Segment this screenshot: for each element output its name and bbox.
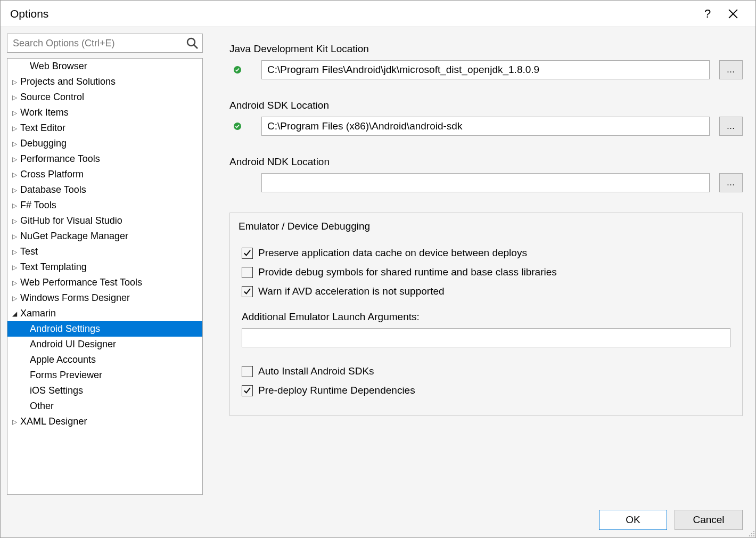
tree-item[interactable]: ▷Performance Tools [7,151,202,167]
emulator-fieldset: Emulator / Device Debugging Preserve app… [229,213,743,416]
preserve-cache-label: Preserve application data cache on devic… [258,247,527,259]
close-button[interactable] [720,3,746,25]
tree-item-label: Other [30,401,54,412]
chevron-right-icon[interactable]: ▷ [11,156,18,163]
predeploy-checkbox[interactable] [242,385,253,396]
auto-install-checkbox[interactable] [242,366,253,377]
svg-point-5 [751,533,752,534]
right-panel: Java Development Kit Location … Android … [208,27,755,501]
chevron-right-icon[interactable]: ▷ [11,295,18,302]
debug-symbols-label: Provide debug symbols for shared runtime… [258,266,557,278]
chevron-right-icon[interactable]: ▷ [11,140,18,148]
tree-item[interactable]: ▷Web Performance Test Tools [7,275,202,290]
tree-item-label: NuGet Package Manager [20,231,128,242]
tree-item[interactable]: ▷Text Editor [7,120,202,136]
tree-item[interactable]: ▷Text Templating [7,259,202,275]
tree-spacer: ▷ [20,372,28,379]
chevron-down-icon[interactable]: ◢ [11,310,18,317]
preserve-cache-checkbox[interactable] [242,248,253,259]
chevron-right-icon[interactable]: ▷ [11,418,18,426]
svg-line-1 [194,45,198,48]
search-icon [186,37,199,50]
tree-item[interactable]: ▷Source Control [7,89,202,105]
tree-item[interactable]: ▷iOS Settings [7,383,202,398]
tree-spacer: ▷ [20,387,28,395]
settings-scroll[interactable]: Java Development Kit Location … Android … [208,27,755,501]
tree-item[interactable]: ▷NuGet Package Manager [7,229,202,244]
tree-item-label: GitHub for Visual Studio [20,215,122,226]
tree-item-label: Work Items [20,107,69,118]
left-panel: ▷Web Browser▷Projects and Solutions▷Sour… [1,27,208,501]
tree-spacer: ▷ [20,325,28,333]
launch-args-label: Additional Emulator Launch Arguments: [242,311,730,323]
warn-avd-checkbox[interactable] [242,286,253,297]
tree-spacer: ▷ [20,341,28,348]
tree-item[interactable]: ▷Forms Previewer [7,368,202,383]
chevron-right-icon[interactable]: ▷ [11,279,18,287]
tree-item[interactable]: ▷Projects and Solutions [7,74,202,89]
search-input[interactable] [7,34,203,53]
chevron-right-icon[interactable]: ▷ [11,109,18,117]
tree-item-label: XAML Designer [20,416,87,427]
tree-item[interactable]: ▷Windows Forms Designer [7,290,202,306]
ndk-location-input[interactable] [261,173,710,192]
tree-item-label: Test [20,246,38,257]
tree-item-label: Cross Platform [20,169,84,180]
cancel-button[interactable]: Cancel [675,510,743,530]
tree-item-label: Android UI Designer [30,339,116,350]
tree-item-label: iOS Settings [30,385,83,396]
chevron-right-icon[interactable]: ▷ [11,94,18,101]
tree-item-label: Windows Forms Designer [20,292,130,304]
tree-item-label: Web Browser [30,61,87,72]
tree-item[interactable]: ▷Cross Platform [7,167,202,182]
jdk-browse-button[interactable]: … [719,60,743,79]
chevron-right-icon[interactable]: ▷ [11,264,18,271]
tree-item[interactable]: ▷Android Settings [7,321,202,337]
tree-item-label: Android Settings [30,323,100,335]
sdk-browse-button[interactable]: … [719,117,743,136]
svg-point-9 [753,535,754,536]
predeploy-label: Pre-deploy Runtime Dependencies [258,385,415,396]
launch-args-input[interactable] [242,328,730,347]
chevron-right-icon[interactable]: ▷ [11,248,18,256]
tree-item[interactable]: ▷Test [7,244,202,259]
chevron-right-icon[interactable]: ▷ [11,78,18,86]
tree-item[interactable]: ▷Database Tools [7,182,202,198]
debug-symbols-checkbox[interactable] [242,267,253,278]
svg-point-8 [751,535,752,536]
auto-install-label: Auto Install Android SDKs [258,365,374,377]
tree-item[interactable]: ▷Other [7,398,202,414]
help-button[interactable]: ? [695,3,720,25]
tree-item-label: Text Templating [20,262,87,273]
tree-item[interactable]: ▷F# Tools [7,198,202,213]
chevron-right-icon[interactable]: ▷ [11,233,18,240]
tree-item[interactable]: ▷Work Items [7,105,202,120]
tree-item[interactable]: ▷XAML Designer [7,414,202,429]
tree-item[interactable]: ◢Xamarin [7,306,202,321]
chevron-right-icon[interactable]: ▷ [11,186,18,194]
jdk-location-input[interactable] [261,60,710,79]
tree-item-label: Projects and Solutions [20,76,116,87]
tree-item-label: Forms Previewer [30,370,102,381]
tree-item[interactable]: ▷Web Browser [7,59,202,74]
chevron-right-icon[interactable]: ▷ [11,202,18,209]
dialog-title: Options [10,7,695,20]
svg-point-6 [753,533,754,534]
options-tree-scroll[interactable]: ▷Web Browser▷Projects and Solutions▷Sour… [7,59,202,494]
svg-point-0 [187,38,195,46]
chevron-right-icon[interactable]: ▷ [11,171,18,178]
chevron-right-icon[interactable]: ▷ [11,125,18,132]
resize-grip-icon[interactable] [747,529,755,537]
tree-item[interactable]: ▷Debugging [7,136,202,151]
sdk-status-ok-icon [229,122,245,131]
chevron-right-icon[interactable]: ▷ [11,217,18,225]
sdk-location-input[interactable] [261,117,710,136]
tree-item[interactable]: ▷Apple Accounts [7,352,202,368]
tree-item[interactable]: ▷Android UI Designer [7,337,202,352]
jdk-status-ok-icon [229,66,245,74]
tree-item[interactable]: ▷GitHub for Visual Studio [7,213,202,229]
sdk-location-label: Android SDK Location [229,100,743,111]
ok-button[interactable]: OK [599,510,667,530]
ndk-browse-button[interactable]: … [719,173,743,192]
search-box-wrap [7,34,203,53]
